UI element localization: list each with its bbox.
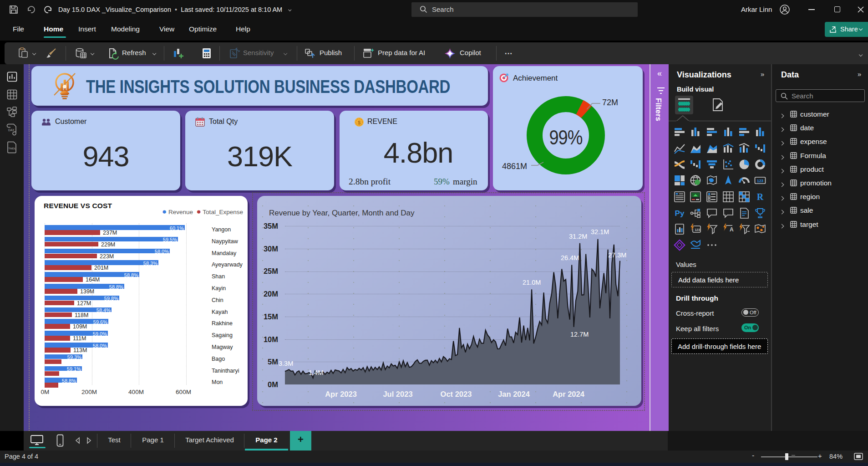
svg-text:R: R (757, 192, 764, 202)
svg-text:Py: Py (675, 209, 685, 218)
svg-text:$: $ (358, 120, 360, 125)
svg-text:A: A (730, 226, 734, 233)
svg-text:DAX: DAX (8, 128, 15, 132)
svg-text:123: 123 (695, 228, 700, 231)
svg-text:123: 123 (757, 179, 763, 183)
svg-text:TMDL: TMDL (8, 147, 16, 150)
